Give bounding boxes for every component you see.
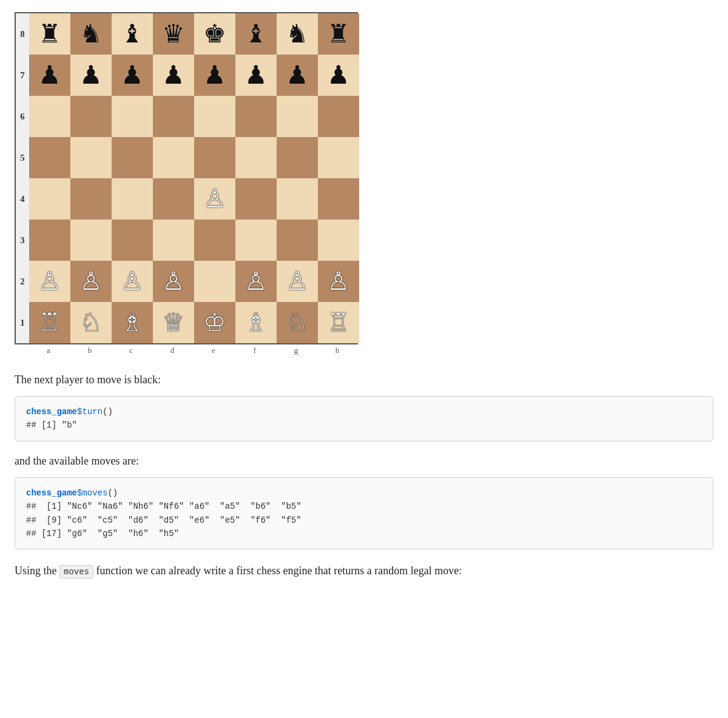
file-e: e xyxy=(193,344,234,357)
cell-c8: ♝ xyxy=(112,13,153,55)
piece-e8: ♚ xyxy=(203,21,226,47)
piece-h1: ♖ xyxy=(327,310,350,335)
cell-d6 xyxy=(153,96,194,137)
cell-g1: ♘ xyxy=(277,302,318,343)
cell-c1: ♗ xyxy=(112,302,153,343)
cell-g3 xyxy=(277,220,318,261)
cell-a5 xyxy=(29,137,70,178)
cell-a3 xyxy=(29,220,70,261)
piece-e1: ♔ xyxy=(203,310,226,335)
cell-b4 xyxy=(70,178,112,220)
cell-a1: ♖ xyxy=(29,302,70,343)
piece-h8: ♜ xyxy=(327,21,350,47)
file-h: h xyxy=(317,344,358,357)
cell-h8: ♜ xyxy=(318,13,359,55)
cell-e4: ♙ xyxy=(194,178,235,220)
cell-d8: ♛ xyxy=(153,13,194,55)
cell-f6 xyxy=(235,96,277,137)
cell-f2: ♙ xyxy=(235,261,277,302)
file-b: b xyxy=(69,344,110,357)
cell-c7: ♟ xyxy=(112,55,153,96)
rank-label-3: 3 xyxy=(16,220,29,261)
cell-c5 xyxy=(112,137,153,178)
cell-d7: ♟ xyxy=(153,55,194,96)
cell-d3 xyxy=(153,220,194,261)
rank-label-7: 7 xyxy=(16,55,29,96)
cell-g4 xyxy=(277,178,318,220)
cell-e3 xyxy=(194,220,235,261)
cell-c2: ♙ xyxy=(112,261,153,302)
cell-h2: ♙ xyxy=(318,261,359,302)
cell-b1: ♘ xyxy=(70,302,112,343)
text-using: Using the xyxy=(15,565,57,577)
chess-container: 8♜♞♝♛♚♝♞♜7♟♟♟♟♟♟♟♟654♙32♙♙♙♙♙♙♙1♖♘♗♕♔♗♘♖… xyxy=(15,12,358,357)
cell-f8: ♝ xyxy=(235,13,277,55)
cell-g2: ♙ xyxy=(277,261,318,302)
cell-a6 xyxy=(29,96,70,137)
rank-label-5: 5 xyxy=(16,137,29,178)
piece-a8: ♜ xyxy=(38,21,61,47)
piece-d1: ♕ xyxy=(162,310,185,335)
piece-f1: ♗ xyxy=(244,310,268,335)
piece-c7: ♟ xyxy=(121,62,144,88)
piece-d2: ♙ xyxy=(162,269,185,294)
cell-h4 xyxy=(318,178,359,220)
rank-label-6: 6 xyxy=(16,96,29,137)
cell-b5 xyxy=(70,137,112,178)
caption-moves: and the available moves are: xyxy=(15,455,713,468)
piece-b7: ♟ xyxy=(79,62,103,88)
piece-h7: ♟ xyxy=(327,62,350,88)
cell-f5 xyxy=(235,137,277,178)
cell-a8: ♜ xyxy=(29,13,70,55)
text-after: function we can already write a first ch… xyxy=(96,565,462,577)
cell-f1: ♗ xyxy=(235,302,277,343)
cell-e2 xyxy=(194,261,235,302)
cell-h7: ♟ xyxy=(318,55,359,96)
file-c: c xyxy=(110,344,152,357)
file-f: f xyxy=(234,344,275,357)
piece-f8: ♝ xyxy=(244,21,268,47)
cell-h3 xyxy=(318,220,359,261)
cell-b6 xyxy=(70,96,112,137)
cell-g7: ♟ xyxy=(277,55,318,96)
chess-board: 8♜♞♝♛♚♝♞♜7♟♟♟♟♟♟♟♟654♙32♙♙♙♙♙♙♙1♖♘♗♕♔♗♘♖ xyxy=(15,12,358,344)
inline-code-moves: moves xyxy=(59,565,93,579)
cell-b8: ♞ xyxy=(70,13,112,55)
rank-label-8: 8 xyxy=(16,13,29,55)
piece-f7: ♟ xyxy=(244,62,268,88)
cell-e6 xyxy=(194,96,235,137)
code-block-turn: chess_game$turn() ## [1] "b" xyxy=(15,396,713,441)
file-labels: a b c d e f g h xyxy=(15,344,358,357)
cell-e7: ♟ xyxy=(194,55,235,96)
cell-e8: ♚ xyxy=(194,13,235,55)
cell-f4 xyxy=(235,178,277,220)
rank-label-2: 2 xyxy=(16,261,29,302)
piece-g7: ♟ xyxy=(286,62,309,88)
cell-b3 xyxy=(70,220,112,261)
piece-g1: ♘ xyxy=(286,310,309,335)
piece-f2: ♙ xyxy=(244,269,268,294)
cell-a7: ♟ xyxy=(29,55,70,96)
piece-c8: ♝ xyxy=(121,21,144,47)
cell-b7: ♟ xyxy=(70,55,112,96)
piece-a1: ♖ xyxy=(38,310,61,335)
piece-a2: ♙ xyxy=(38,269,61,294)
cell-f3 xyxy=(235,220,277,261)
cell-c4 xyxy=(112,178,153,220)
cell-c3 xyxy=(112,220,153,261)
piece-e4: ♙ xyxy=(203,186,226,212)
piece-a7: ♟ xyxy=(38,62,61,88)
piece-d8: ♛ xyxy=(162,21,185,47)
cell-d2: ♙ xyxy=(153,261,194,302)
cell-a4 xyxy=(29,178,70,220)
caption-turn: The next player to move is black: xyxy=(15,374,713,386)
file-a: a xyxy=(28,344,69,357)
piece-h2: ♙ xyxy=(327,269,350,294)
rank-label-1: 1 xyxy=(16,302,29,343)
cell-d5 xyxy=(153,137,194,178)
piece-e7: ♟ xyxy=(203,62,226,88)
piece-c1: ♗ xyxy=(121,310,144,335)
piece-g8: ♞ xyxy=(286,21,309,47)
piece-g2: ♙ xyxy=(286,269,309,294)
piece-d7: ♟ xyxy=(162,62,185,88)
